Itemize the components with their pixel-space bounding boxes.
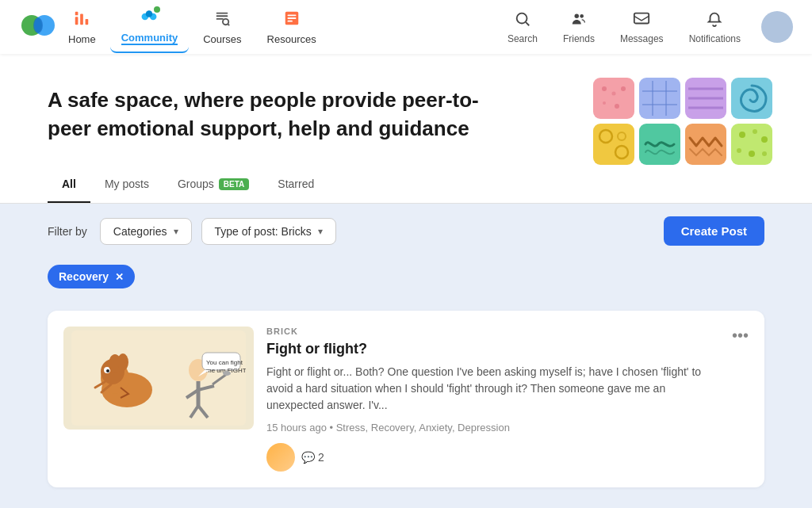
tabs-bar: All My posts Groups BETA Starred (0, 165, 812, 204)
comment-count[interactable]: 💬 2 (301, 451, 324, 464)
svg-point-16 (517, 13, 527, 23)
tab-all[interactable]: All (48, 165, 90, 203)
hero-mosaic (593, 78, 772, 165)
courses-label: Courses (203, 33, 241, 45)
hero-headline: A safe space, where people provide peer-… (48, 86, 492, 143)
navbar: Home Community Courses (0, 0, 812, 54)
mosaic-tile-5 (593, 124, 634, 165)
post-time: 15 hours ago (266, 422, 327, 434)
svg-rect-21 (593, 78, 634, 119)
nav-item-community[interactable]: Community (110, 2, 190, 53)
comment-number: 2 (318, 451, 324, 464)
svg-rect-3 (75, 17, 79, 25)
mosaic-tile-6 (639, 124, 680, 165)
remove-recovery-icon[interactable]: ✕ (115, 271, 124, 283)
svg-point-10 (223, 18, 228, 24)
community-label: Community (121, 32, 178, 45)
svg-text:You can fight: You can fight (206, 359, 243, 366)
logo[interactable] (19, 6, 57, 48)
svg-point-24 (621, 86, 626, 91)
nav-item-home[interactable]: Home (57, 3, 107, 52)
mosaic-tile-3 (685, 78, 726, 119)
beta-badge: BETA (219, 178, 249, 190)
mosaic-tile-2 (639, 78, 680, 119)
nav-messages[interactable]: Messages (609, 4, 675, 51)
tab-groups[interactable]: Groups BETA (163, 165, 263, 203)
post-footer: 💬 2 (266, 443, 719, 472)
comment-icon: 💬 (301, 451, 315, 464)
svg-point-2 (33, 17, 43, 33)
svg-rect-14 (287, 17, 296, 19)
tab-starred[interactable]: Starred (263, 165, 328, 203)
filter-bar: Filter by Categories ▾ Type of post: Bri… (0, 204, 812, 258)
post-excerpt: Fight or flight or... Both? One question… (266, 364, 719, 414)
svg-rect-6 (75, 11, 79, 15)
search-icon (514, 10, 531, 32)
tab-my-posts-label: My posts (105, 178, 149, 190)
courses-icon (213, 10, 231, 32)
svg-point-18 (574, 13, 579, 17)
mosaic-tile-4 (731, 78, 772, 119)
nav-items: Home Community Courses (57, 2, 496, 53)
nav-search[interactable]: Search (496, 4, 549, 51)
post-card: You can fight me um FIGHT BRICK Fight or… (48, 311, 764, 487)
avatar[interactable] (761, 11, 793, 43)
svg-point-9 (146, 10, 153, 17)
svg-rect-13 (287, 14, 296, 16)
home-label: Home (68, 33, 96, 45)
post-title[interactable]: Fight or flight? (266, 341, 719, 357)
svg-point-26 (615, 104, 619, 109)
messages-icon (633, 10, 650, 32)
svg-line-17 (526, 22, 529, 25)
recovery-chip-label: Recovery (59, 270, 109, 283)
svg-point-45 (753, 129, 757, 134)
post-author-avatar[interactable] (266, 443, 295, 472)
svg-point-19 (580, 14, 584, 18)
post-type-dropdown[interactable]: Type of post: Bricks ▾ (201, 218, 336, 245)
notifications-label: Notifications (689, 33, 741, 44)
categories-dropdown[interactable]: Categories ▾ (100, 218, 192, 245)
svg-rect-43 (731, 124, 772, 165)
notifications-icon (706, 10, 723, 32)
recovery-filter-chip[interactable]: Recovery ✕ (48, 265, 135, 288)
svg-point-22 (602, 86, 607, 91)
mosaic-tile-7 (685, 124, 726, 165)
post-type-label: Type of post: Bricks (215, 225, 312, 238)
create-post-button[interactable]: Create Post (664, 216, 764, 246)
nav-friends[interactable]: Friends (552, 4, 606, 51)
tab-all-label: All (62, 178, 76, 190)
community-icon (140, 8, 159, 30)
hero-section: A safe space, where people provide peer-… (0, 54, 812, 165)
svg-rect-37 (593, 124, 634, 165)
resources-icon (283, 10, 301, 32)
svg-rect-20 (634, 13, 649, 23)
post-type-tag: BRICK (266, 327, 719, 336)
hero-text: A safe space, where people provide peer-… (48, 86, 492, 143)
post-tags: Stress, Recovery, Anxiety, Depression (336, 422, 510, 434)
svg-point-69 (223, 371, 231, 376)
post-menu-button[interactable]: ••• (732, 327, 749, 345)
svg-point-23 (612, 92, 616, 96)
friends-icon (570, 10, 588, 32)
svg-rect-15 (287, 20, 292, 21)
mosaic-tile-8 (731, 124, 772, 165)
tab-groups-label: Groups (178, 178, 214, 190)
post-type-chevron-icon: ▾ (318, 226, 323, 237)
svg-line-11 (228, 24, 230, 25)
svg-rect-5 (86, 18, 89, 24)
svg-point-49 (762, 151, 767, 156)
nav-item-resources[interactable]: Resources (256, 3, 327, 52)
search-label: Search (508, 33, 538, 44)
post-image: You can fight me um FIGHT (63, 327, 254, 430)
nav-item-courses[interactable]: Courses (192, 3, 252, 52)
categories-chevron-icon: ▾ (174, 226, 178, 237)
svg-rect-27 (639, 78, 680, 119)
tab-starred-label: Starred (278, 178, 314, 190)
nav-right: Search Friends Messages Notifications (496, 4, 793, 51)
nav-notifications[interactable]: Notifications (678, 4, 752, 51)
online-dot (154, 6, 160, 13)
messages-label: Messages (620, 33, 664, 44)
tab-my-posts[interactable]: My posts (90, 165, 163, 203)
filter-by-label: Filter by (48, 225, 87, 238)
svg-point-25 (603, 101, 606, 105)
